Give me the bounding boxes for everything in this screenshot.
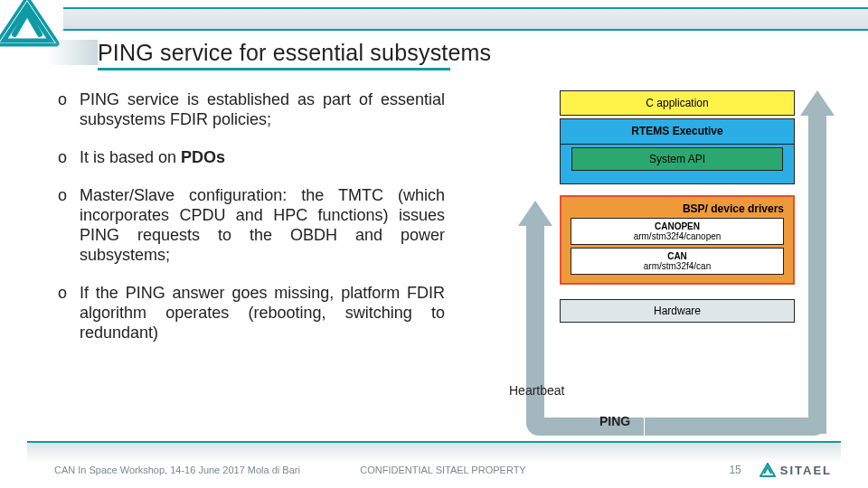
bullet-3-text: Master/Slave configuration: the TMTC (wh… (80, 186, 445, 264)
footer: CAN In Space Workshop, 14-16 June 2017 M… (54, 461, 832, 479)
title-lead-shade (47, 40, 98, 65)
brand-name: SITAEL (780, 464, 832, 477)
layer-can: CAN arm/stm32f4/can (571, 248, 784, 275)
ping-arrow-base (645, 418, 826, 436)
ping-arrow (800, 90, 835, 434)
layer-hardware: Hardware (560, 299, 795, 323)
software-stack: C application RTEMS Executive System API… (560, 90, 795, 325)
architecture-diagram: C application RTEMS Executive System API… (509, 90, 835, 434)
layer-can-sub: arm/stm32f4/can (575, 261, 779, 271)
footer-center: CONFIDENTIAL SITAEL PROPERTY (360, 465, 525, 475)
layer-rtems-group: RTEMS Executive System API (560, 118, 795, 184)
slide-title-text: PING service for essential subsystems (98, 40, 491, 65)
bullet-4-text: If the PING answer goes missing, platfor… (80, 284, 445, 342)
slide-title: PING service for essential subsystems (98, 40, 841, 70)
layer-can-title: CAN (575, 251, 779, 261)
layer-canopen-sub: arm/stm32f4/canopen (575, 231, 779, 241)
heartbeat-label: Heartbeat (509, 383, 564, 398)
bullet-2-bold: PDOs (181, 148, 225, 166)
bullet-1-text: PING service is established as part of e… (80, 90, 445, 128)
footer-left: CAN In Space Workshop, 14-16 June 2017 M… (54, 465, 300, 475)
page-number: 15 (729, 464, 741, 476)
layer-system-api: System API (571, 147, 783, 171)
title-underline (98, 68, 450, 70)
bullet-3: Master/Slave configuration: the TMTC (wh… (56, 186, 445, 266)
bullet-2: It is based on PDOs (56, 148, 445, 168)
layer-canopen-title: CANOPEN (575, 221, 779, 231)
top-strip (63, 7, 868, 31)
footer-shade (27, 443, 841, 463)
bullet-2-pre: It is based on (80, 148, 181, 166)
brand-logo-bottom: SITAEL (760, 463, 832, 477)
bullet-4: If the PING answer goes missing, platfor… (56, 284, 445, 343)
bullet-1: PING service is established as part of e… (56, 90, 445, 130)
layer-c-application: C application (560, 90, 795, 116)
layer-rtems: RTEMS Executive (561, 119, 794, 145)
layer-bsp-title: BSP/ device drivers (571, 202, 784, 215)
bullet-list: PING service is established as part of e… (56, 90, 445, 361)
layer-canopen: CANOPEN arm/stm32f4/canopen (571, 218, 784, 245)
triangle-icon (760, 463, 776, 477)
layer-bsp-group: BSP/ device drivers CANOPEN arm/stm32f4/… (560, 195, 795, 285)
ping-label: PING (599, 414, 630, 428)
